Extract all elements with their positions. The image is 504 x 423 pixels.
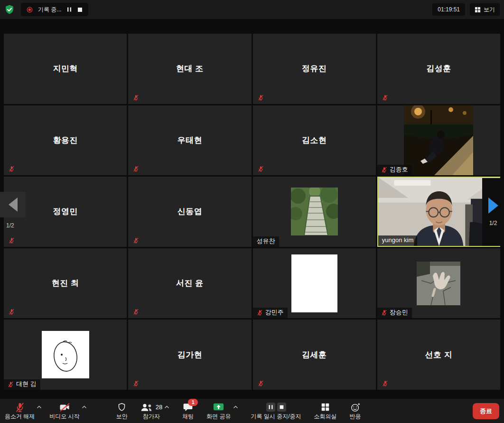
participant-name: 선호 지 [425, 349, 453, 360]
muted-mic-icon [258, 166, 264, 172]
participant-count: 28 [156, 404, 162, 410]
participant-tile[interactable]: 김세훈 [253, 320, 376, 390]
participant-name: 정영민 [53, 206, 78, 217]
participant-tile[interactable]: 대현 김 [4, 320, 127, 390]
toolbar-security-button[interactable]: 보안 [116, 402, 128, 420]
participant-name-label: 장승민 [377, 308, 412, 318]
toolbar-label: 음소거 해제 [5, 414, 35, 420]
participant-tile[interactable]: 김소현 [253, 105, 376, 176]
participant-name: 신동엽 [177, 206, 203, 217]
participant-tile[interactable]: 현진 최 [4, 248, 127, 319]
muted-mic-icon [9, 166, 15, 172]
muted-mic-icon [9, 309, 15, 315]
left-arrow-icon [9, 197, 18, 212]
right-arrow-icon [488, 197, 498, 214]
muted-mic-icon [133, 237, 139, 244]
toolbar-center-group: 보안28참가자1채팅화면 공유기록 일시 중지/중지소회의실반응 [116, 402, 361, 420]
participant-name: 김세훈 [302, 349, 327, 360]
toolbar-reactions-button[interactable]: 반응 [350, 402, 361, 420]
recording-status-label: 기록 중... [38, 6, 61, 14]
stop-recording-icon[interactable] [77, 7, 83, 12]
unread-badge: 1 [188, 399, 198, 406]
muted-mic-icon [382, 380, 388, 386]
toolbar-recording-controls-button[interactable]: 기록 일시 중지/중지 [251, 402, 301, 420]
toolbar-breakout-rooms-button[interactable]: 소회의실 [314, 402, 337, 420]
smiley-plus-icon [350, 403, 361, 412]
participant-name: 김성훈 [426, 63, 451, 74]
participant-tile[interactable]: 선호 지 [377, 320, 500, 390]
toolbar-label: 참가자 [143, 414, 160, 420]
participant-name: yungon kim [382, 237, 413, 244]
chevron-up-icon[interactable] [164, 405, 169, 409]
toolbar-left-group: 음소거 해제비디오 시작 [5, 402, 87, 420]
muted-mic-icon [8, 381, 14, 387]
toolbar-label: 비디오 시작 [49, 414, 79, 420]
zoom-meeting-window: { "top_bar": { "recording": { "label": "… [0, 0, 504, 423]
toolbar-label: 반응 [350, 414, 361, 420]
participant-name: 성유찬 [257, 238, 275, 245]
view-label: 보기 [484, 6, 495, 14]
participant-name: 김소현 [302, 135, 327, 146]
participants-icon [140, 403, 153, 412]
participant-tile[interactable]: 황용진 [4, 105, 127, 176]
participant-tile[interactable]: 서진 윤 [128, 248, 251, 319]
participant-name-label: 강민주 [253, 308, 288, 318]
pause-recording-icon[interactable] [66, 7, 72, 12]
toolbar-start-video-button[interactable]: 비디오 시작 [49, 402, 86, 420]
participant-name-label: 김종호 [377, 165, 412, 175]
prev-page-button[interactable] [0, 192, 26, 217]
toolbar-participants-button[interactable]: 28참가자 [140, 402, 169, 420]
muted-mic-icon [382, 94, 388, 101]
participant-tile[interactable]: 김성훈 [377, 34, 500, 104]
participant-name: 장승민 [390, 309, 408, 316]
participant-tile[interactable]: 신동엽 [128, 177, 251, 247]
muted-mic-icon [133, 94, 139, 101]
participant-tile[interactable]: 장승민 [377, 248, 500, 319]
chevron-up-icon[interactable] [233, 405, 238, 409]
grid-view-icon [475, 7, 481, 13]
end-meeting-button[interactable]: 종료 [473, 403, 499, 419]
toolbar-unmute-button[interactable]: 음소거 해제 [5, 402, 42, 420]
participant-tile[interactable]: 강민주 [253, 248, 376, 319]
participant-name: 정유진 [302, 63, 327, 74]
participant-tile[interactable]: 현대 조 [128, 34, 251, 104]
participant-name: 김가현 [177, 349, 203, 360]
toolbar-label: 화면 공유 [206, 414, 231, 420]
participant-tile[interactable]: 우태현 [128, 105, 251, 176]
chevron-up-icon[interactable] [37, 405, 42, 409]
participant-name: 서진 윤 [176, 278, 204, 289]
toolbar-label: 보안 [116, 414, 128, 420]
participant-name-label: 대현 김 [4, 379, 40, 390]
muted-mic-icon [258, 94, 264, 101]
breakout-grid-icon [321, 403, 330, 412]
participant-name: 대현 김 [16, 381, 37, 388]
participant-tile[interactable]: 성유찬 [253, 177, 376, 247]
toolbar-share-screen-button[interactable]: 화면 공유 [206, 402, 238, 420]
participant-name: 지민혁 [53, 63, 78, 74]
share-screen-icon [213, 403, 224, 412]
next-page-button[interactable]: 1/2 [482, 178, 504, 246]
participant-tile[interactable]: 김종호 [377, 105, 500, 176]
toolbar-label: 채팅 [182, 414, 194, 420]
muted-mic-icon [381, 310, 387, 316]
participant-name: 황용진 [53, 135, 78, 146]
toolbar-chat-button[interactable]: 1채팅 [182, 402, 194, 420]
mic-muted-icon [15, 402, 25, 413]
security-shield-icon[interactable] [4, 4, 15, 15]
top-bar: 기록 중... 01:19:51 보기 [0, 0, 504, 19]
participant-name: 현진 최 [52, 278, 79, 289]
participant-tile[interactable]: 지민혁 [4, 34, 127, 104]
recording-indicator: 기록 중... [21, 3, 88, 16]
view-button[interactable]: 보기 [470, 3, 500, 16]
chevron-up-icon[interactable] [82, 405, 87, 409]
participant-tile[interactable]: 김가현 [128, 320, 251, 390]
participant-name-label: 성유찬 [253, 236, 279, 247]
toolbar-label: 기록 일시 중지/중지 [251, 414, 301, 420]
page-indicator-left: 1/2 [6, 222, 14, 229]
bottom-toolbar: 음소거 해제비디오 시작 보안28참가자1채팅화면 공유기록 일시 중지/중지소… [0, 399, 504, 423]
participant-tile[interactable]: 정유진 [253, 34, 376, 104]
participant-name: 강민주 [265, 309, 284, 316]
page-indicator-right: 1/2 [489, 220, 497, 226]
participant-name: 우태현 [177, 135, 203, 146]
muted-mic-icon [133, 309, 139, 315]
